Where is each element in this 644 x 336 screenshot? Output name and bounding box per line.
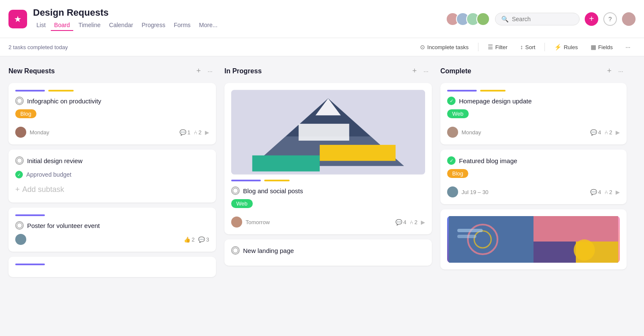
column-in-progress: In Progress + ··· bbox=[224, 65, 432, 271]
card-title-featured: ✓ Featured blog image bbox=[447, 156, 620, 165]
app-logo[interactable]: ★ bbox=[8, 10, 27, 28]
card-title-text-2: Initial design review bbox=[27, 157, 83, 164]
card-title-infographic: Infographic on productivity bbox=[15, 97, 209, 105]
task-check-icon-2[interactable] bbox=[15, 156, 24, 165]
card-color-bars-poster bbox=[15, 214, 209, 216]
svg-rect-20 bbox=[457, 235, 476, 238]
task-check-icon-blog[interactable] bbox=[231, 186, 240, 195]
card-avatar-featured bbox=[447, 186, 458, 197]
comment-count-2: 3 bbox=[206, 236, 209, 243]
branch-count-blog: 2 bbox=[415, 219, 417, 225]
task-check-icon[interactable] bbox=[15, 97, 24, 105]
divider-2 bbox=[544, 43, 545, 51]
star-icon: ★ bbox=[14, 14, 22, 24]
card-avatar-homepage bbox=[447, 127, 458, 138]
task-check-icon-3[interactable] bbox=[15, 221, 24, 230]
tag-blog-featured[interactable]: Blog bbox=[447, 169, 468, 178]
tab-list[interactable]: List bbox=[33, 20, 49, 31]
add-card-in-progress[interactable]: + bbox=[409, 65, 420, 77]
help-button[interactable]: ? bbox=[603, 12, 617, 26]
sort-button[interactable]: ↕ Sort bbox=[515, 42, 541, 53]
add-card-new-requests[interactable]: + bbox=[193, 65, 205, 77]
expand-icon-hp[interactable]: ▶ bbox=[616, 129, 620, 136]
comment-icon-blog: 💬 bbox=[395, 219, 402, 225]
team-avatars[interactable] bbox=[446, 12, 490, 26]
incomplete-tasks-button[interactable]: ⊙ Incomplete tasks bbox=[415, 42, 474, 53]
card-title-design: Initial design review bbox=[15, 156, 209, 165]
user-avatar[interactable] bbox=[622, 12, 636, 26]
column-menu-complete[interactable]: ··· bbox=[615, 66, 627, 76]
column-header-in-progress: In Progress + ··· bbox=[224, 65, 432, 77]
tab-progress[interactable]: Progress bbox=[138, 20, 169, 31]
add-subtask-button[interactable]: + Add subtask bbox=[15, 183, 209, 196]
lightning-icon: ⚡ bbox=[554, 44, 561, 50]
tag-blog[interactable]: Blog bbox=[15, 109, 36, 118]
tab-more[interactable]: More... bbox=[196, 20, 221, 31]
card-color-bars-partial bbox=[15, 264, 209, 265]
card-poster[interactable]: Poster for volunteer event 👍 2 💬 3 bbox=[8, 208, 216, 252]
card-footer-blog: Tomorrow 💬 4 ⑃ 2 ▶ bbox=[231, 217, 425, 228]
search-input[interactable] bbox=[512, 16, 573, 22]
sort-label: Sort bbox=[525, 44, 536, 50]
search-bar[interactable]: 🔍 bbox=[495, 13, 580, 25]
svg-point-1 bbox=[17, 158, 22, 163]
filter-button[interactable]: ☰ Filter bbox=[483, 42, 513, 53]
bar-yellow-homepage bbox=[480, 90, 506, 92]
question-icon: ? bbox=[608, 16, 612, 22]
add-subtask-label: Add subtask bbox=[22, 185, 64, 194]
bar-yellow bbox=[48, 90, 74, 92]
tag-web[interactable]: Web bbox=[231, 199, 253, 208]
tab-forms[interactable]: Forms bbox=[170, 20, 194, 31]
card-stats-blog: 💬 4 ⑃ 2 ▶ bbox=[395, 219, 425, 225]
card-partial[interactable] bbox=[8, 257, 216, 277]
expand-icon-blog[interactable]: ▶ bbox=[421, 219, 425, 225]
card-color-bars bbox=[15, 90, 209, 92]
card-infographic[interactable]: Infographic on productivity Blog Monday … bbox=[8, 83, 216, 144]
more-options-button[interactable]: ··· bbox=[620, 42, 636, 53]
fields-button[interactable]: ▦ Fields bbox=[586, 42, 618, 53]
card-landing-page[interactable]: New landing page bbox=[224, 239, 432, 266]
expand-icon[interactable]: ▶ bbox=[205, 129, 209, 136]
task-check-done-featured[interactable]: ✓ bbox=[447, 156, 456, 165]
tag-web-homepage[interactable]: Web bbox=[447, 109, 469, 118]
card-color-bars-blog bbox=[231, 180, 425, 181]
card-title-text-blog: Blog and social posts bbox=[243, 187, 303, 194]
branch-icon-feat: ⑃ bbox=[605, 189, 608, 195]
branches-stat-hp: ⑃ 2 bbox=[605, 129, 612, 136]
card-title-text-featured: Featured blog image bbox=[459, 157, 517, 164]
comment-icon: 💬 bbox=[180, 129, 186, 136]
column-menu-in-progress[interactable]: ··· bbox=[420, 66, 432, 76]
avatar-4[interactable] bbox=[476, 12, 490, 26]
rules-button[interactable]: ⚡ Rules bbox=[549, 42, 583, 53]
task-check-icon-landing[interactable] bbox=[231, 246, 240, 255]
tab-board[interactable]: Board bbox=[51, 20, 73, 31]
column-title-in-progress: In Progress bbox=[224, 67, 409, 75]
add-button[interactable]: + bbox=[585, 12, 598, 26]
card-stats: 💬 1 ⑃ 2 ▶ bbox=[180, 129, 209, 136]
comments-stat-blog: 💬 4 bbox=[395, 219, 406, 225]
ellipsis-icon: ··· bbox=[625, 44, 630, 50]
card-title-text-landing: New landing page bbox=[243, 247, 294, 254]
board: New Requests + ··· Infographic on produc… bbox=[0, 56, 644, 291]
card-featured-blog[interactable]: ✓ Featured blog image Blog Jul 19 – 30 💬… bbox=[440, 150, 627, 204]
card-blog-social[interactable]: Blog and social posts Web Tomorrow 💬 4 ⑃… bbox=[224, 83, 432, 234]
toolbar: 2 tasks completed today ⊙ Incomplete tas… bbox=[0, 38, 644, 56]
card-mountain-image bbox=[231, 90, 425, 175]
tab-timeline[interactable]: Timeline bbox=[75, 20, 104, 31]
task-check-done-homepage[interactable]: ✓ bbox=[447, 97, 456, 105]
svg-rect-7 bbox=[299, 124, 349, 141]
subtask-check-icon[interactable]: ✓ bbox=[15, 171, 23, 178]
like-count: 2 bbox=[192, 236, 195, 243]
abstract-image bbox=[447, 216, 620, 263]
expand-icon-feat[interactable]: ▶ bbox=[616, 189, 620, 195]
column-menu-new-requests[interactable]: ··· bbox=[204, 66, 216, 76]
card-homepage[interactable]: ✓ Homepage design update Web Monday 💬 4 … bbox=[440, 83, 627, 144]
circle-check-icon: ⊙ bbox=[420, 44, 425, 50]
subtasks: ✓ Approved budget bbox=[15, 169, 209, 180]
card-abstract[interactable] bbox=[440, 209, 627, 269]
add-card-complete[interactable]: + bbox=[604, 65, 615, 77]
card-initial-design[interactable]: Initial design review ✓ Approved budget … bbox=[8, 150, 216, 203]
header-title-section: Design Requests List Board Timeline Cale… bbox=[33, 7, 446, 31]
card-avatar-blog bbox=[231, 217, 242, 228]
tab-calendar[interactable]: Calendar bbox=[106, 20, 137, 31]
